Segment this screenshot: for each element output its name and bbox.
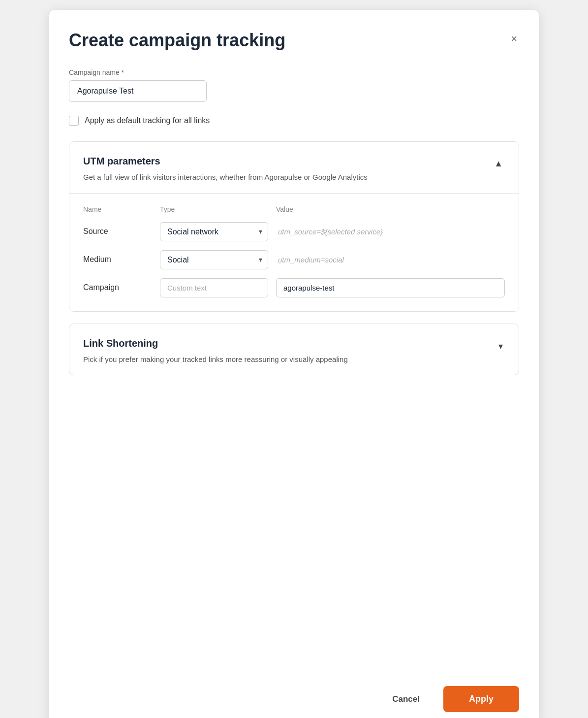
close-button[interactable]: ×: [509, 32, 519, 46]
utm-header-content: UTM parameters Get a full view of link v…: [83, 156, 492, 183]
utm-campaign-value-input[interactable]: [276, 278, 505, 297]
utm-card: UTM parameters Get a full view of link v…: [69, 141, 519, 312]
utm-table: Name Type Value Source Social network Cu…: [69, 194, 519, 311]
utm-medium-type-select[interactable]: Social Custom text Fixed value: [160, 250, 268, 269]
utm-campaign-label: Campaign: [83, 283, 152, 292]
default-tracking-label: Apply as default tracking for all links: [85, 116, 210, 125]
utm-medium-value-placeholder: utm_medium=social: [276, 251, 505, 269]
cancel-button[interactable]: Cancel: [378, 687, 433, 711]
link-shortening-card-header: Link Shortening Pick if you prefer makin…: [69, 324, 519, 375]
utm-row-medium: Medium Social Custom text Fixed value ▾ …: [83, 250, 505, 269]
utm-medium-label: Medium: [83, 255, 152, 264]
link-shortening-description: Pick if you prefer making your tracked l…: [83, 354, 428, 365]
utm-row-campaign: Campaign Custom text: [83, 278, 505, 297]
modal-title: Create campaign tracking: [69, 30, 285, 51]
campaign-name-section: Campaign name *: [69, 68, 519, 102]
apply-button[interactable]: Apply: [443, 686, 519, 712]
modal-footer: Cancel Apply: [69, 672, 519, 718]
utm-title: UTM parameters: [83, 156, 492, 167]
utm-campaign-type-placeholder: Custom text: [160, 278, 268, 297]
default-tracking-checkbox[interactable]: [69, 116, 79, 126]
modal-header: Create campaign tracking ×: [69, 30, 519, 51]
utm-medium-type-wrapper: Social Custom text Fixed value ▾: [160, 250, 268, 269]
link-shortening-card: Link Shortening Pick if you prefer makin…: [69, 324, 519, 376]
utm-collapse-button[interactable]: ▲: [492, 157, 505, 171]
link-shortening-header-content: Link Shortening Pick if you prefer makin…: [83, 338, 496, 365]
utm-row-source: Source Social network Custom text Fixed …: [83, 222, 505, 241]
default-tracking-row: Apply as default tracking for all links: [69, 116, 519, 126]
modal-container: Create campaign tracking × Campaign name…: [49, 10, 539, 718]
utm-source-type-select[interactable]: Social network Custom text Fixed value: [160, 222, 268, 241]
link-shortening-expand-button[interactable]: ▾: [496, 339, 505, 354]
utm-col-headers: Name Type Value: [83, 205, 505, 213]
campaign-name-input[interactable]: [69, 80, 207, 102]
utm-card-header: UTM parameters Get a full view of link v…: [69, 142, 519, 193]
utm-source-type-wrapper: Social network Custom text Fixed value ▾: [160, 222, 268, 241]
col-header-name: Name: [83, 205, 152, 213]
col-header-value: Value: [276, 205, 505, 213]
utm-source-label: Source: [83, 227, 152, 236]
utm-source-value-placeholder: utm_source=${selected service}: [276, 223, 505, 241]
campaign-name-label: Campaign name *: [69, 68, 519, 76]
utm-description: Get a full view of link visitors interac…: [83, 172, 428, 183]
col-header-type: Type: [160, 205, 268, 213]
link-shortening-title: Link Shortening: [83, 338, 496, 349]
